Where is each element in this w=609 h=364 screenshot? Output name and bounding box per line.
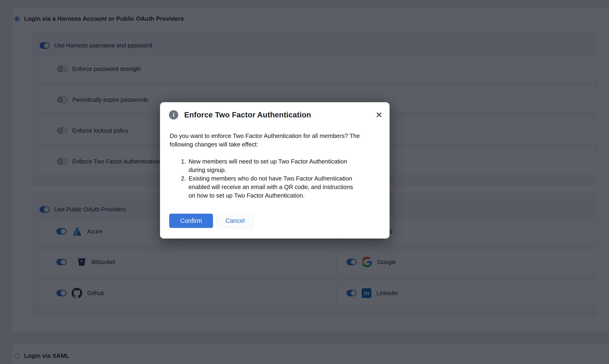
modal-intro-text: Do you want to enforce Two Factor Authen…: [170, 132, 361, 149]
info-icon: i: [169, 110, 178, 119]
enforce-2fa-modal: i Enforce Two Factor Authentication ✕ Do…: [160, 102, 389, 238]
cancel-button[interactable]: Cancel: [217, 214, 254, 228]
modal-list-item: Existing members who do not have Two Fac…: [188, 174, 354, 200]
modal-title: Enforce Two Factor Authentication: [184, 111, 311, 119]
modal-list-item: New members will need to set up Two Fact…: [188, 157, 354, 174]
modal-change-list: New members will need to set up Two Fact…: [170, 157, 354, 200]
modal-header: i Enforce Two Factor Authentication: [169, 110, 311, 119]
close-icon[interactable]: ✕: [375, 111, 383, 119]
modal-body: Do you want to enforce Two Factor Authen…: [170, 132, 372, 200]
modal-actions: Confirm Cancel: [169, 214, 254, 228]
confirm-button[interactable]: Confirm: [169, 214, 213, 228]
auth-settings-page: Login via a Harness Account or Public OA…: [0, 0, 609, 364]
